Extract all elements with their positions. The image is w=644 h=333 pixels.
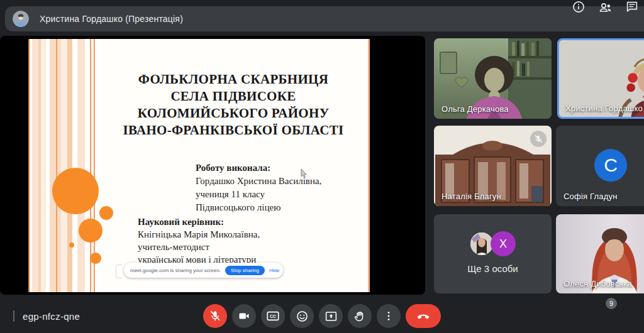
- more-participants-tile[interactable]: X Ще 3 особи: [434, 214, 552, 293]
- info-icon: [572, 0, 586, 14]
- svg-text:CC: CC: [270, 314, 276, 319]
- chat-panel-button[interactable]: [625, 0, 640, 15]
- slide-circle-decoration: [79, 219, 103, 243]
- person-photo-icon: [470, 232, 493, 255]
- participant-name: Ольга Деркачова: [441, 104, 509, 114]
- raise-hand-icon: [353, 310, 367, 323]
- stop-sharing-button[interactable]: Stop sharing: [225, 266, 265, 275]
- captions-icon: CC: [266, 309, 280, 323]
- people-icon: [598, 0, 613, 15]
- slide-title-line: ФОЛЬКЛОРНА СКАРБНИЦЯ: [99, 71, 368, 88]
- slide-title-line: КОЛОМИЙСЬКОГО РАЙОНУ: [99, 105, 368, 122]
- reactions-button[interactable]: [290, 304, 314, 328]
- camera-icon: [238, 310, 250, 322]
- presentation-header: Христина Гордашко (Презентація): [5, 6, 644, 31]
- share-banner-handle[interactable]: [116, 265, 122, 278]
- chat-icon: [625, 0, 639, 14]
- slide-title: ФОЛЬКЛОРНА СКАРБНИЦЯ СЕЛА ПІДВИСОКЕ КОЛО…: [99, 71, 368, 139]
- meeting-code: egp-nfcz-qne: [23, 311, 80, 322]
- slide-text-line: Підвисоцького ліцею: [196, 201, 321, 214]
- call-controls: CC: [203, 304, 441, 328]
- participant-tile-khrystyna-hordashko[interactable]: Христина Гордашко: [557, 38, 644, 119]
- present-screen-button[interactable]: [319, 304, 343, 328]
- participant-name: Софія Гладун: [564, 192, 618, 201]
- avatar-letter: C: [604, 155, 618, 176]
- presentation-title: Христина Гордашко (Презентація): [40, 14, 183, 24]
- participants-panel-button[interactable]: [598, 0, 613, 15]
- participant-tile-sofiia-hladun[interactable]: C Софія Гладун: [556, 126, 644, 206]
- mouse-cursor: [301, 168, 308, 180]
- slide-circle-decoration: [69, 243, 74, 248]
- slide-text-line: учитель-методист: [138, 241, 260, 253]
- end-call-icon: [416, 308, 431, 324]
- share-banner: meet.google.com is sharing your screen. …: [124, 263, 283, 278]
- presentation-slide: ФОЛЬКЛОРНА СКАРБНИЦЯ СЕЛА ПІДВИСОКЕ КОЛО…: [28, 39, 370, 292]
- camera-button[interactable]: [232, 304, 256, 328]
- slide-stripe-decoration: [28, 39, 99, 292]
- more-options-icon: [382, 310, 395, 322]
- smiley-icon: [296, 310, 309, 323]
- participant-initial-avatar: X: [491, 231, 516, 256]
- more-participants-label: Ще 3 особи: [434, 263, 552, 274]
- participants-count-badge: 9: [606, 298, 617, 309]
- participant-name: Наталія Благун: [441, 192, 501, 201]
- person-avatar-icon: [13, 11, 29, 27]
- hide-share-banner-link[interactable]: Hide: [269, 268, 279, 273]
- presenter-avatar: [13, 11, 29, 27]
- participant-name: Олеся Дибовська: [564, 279, 632, 288]
- raise-hand-button[interactable]: [348, 304, 372, 328]
- stacked-avatars: X: [434, 232, 552, 258]
- slide-circle-decoration: [90, 253, 101, 264]
- meeting-code-separator: [13, 310, 14, 322]
- participant-tile-olesia-dybovska[interactable]: Олеся Дибовська: [556, 214, 644, 293]
- participant-tile-olha-derkachova[interactable]: Ольга Деркачова: [434, 38, 552, 119]
- share-banner-message: meet.google.com is sharing your screen.: [130, 268, 221, 273]
- slide-title-line: СЕЛА ПІДВИСОКЕ: [99, 88, 368, 105]
- shared-screen-stage: ФОЛЬКЛОРНА СКАРБНИЦЯ СЕЛА ПІДВИСОКЕ КОЛО…: [0, 36, 425, 295]
- present-screen-icon: [325, 310, 338, 323]
- mic-off-icon: [209, 310, 221, 322]
- participant-initial-avatar: C: [594, 149, 627, 182]
- slide-circle-decoration: [52, 168, 99, 214]
- participant-name: Христина Гордашко: [565, 104, 643, 113]
- end-call-button[interactable]: [406, 304, 441, 328]
- captions-button[interactable]: CC: [261, 304, 285, 328]
- slide-text-line: учениця 11 класу: [196, 188, 321, 201]
- meeting-info-button[interactable]: [571, 0, 586, 15]
- mic-off-icon: [534, 134, 543, 143]
- slide-circle-decoration: [99, 206, 113, 220]
- more-options-button[interactable]: [377, 304, 401, 328]
- slide-title-line: ІВАНО-ФРАНКІВСЬКОЇ ОБЛАСТІ: [99, 122, 368, 139]
- slide-advisor-block: Науковий керівник: Кнігніцька Марія Мико…: [138, 216, 260, 266]
- participant-photo-avatar: [470, 232, 493, 255]
- avatar-letter: X: [499, 237, 507, 251]
- participant-tile-nataliia-blahun[interactable]: Наталія Благун: [434, 126, 552, 206]
- slide-advisor-label: Науковий керівник:: [138, 216, 260, 228]
- slide-text-line: Кнігніцька Марія Миколаївна,: [138, 228, 260, 241]
- muted-mic-badge: [530, 131, 547, 147]
- microphone-off-button[interactable]: [203, 304, 227, 328]
